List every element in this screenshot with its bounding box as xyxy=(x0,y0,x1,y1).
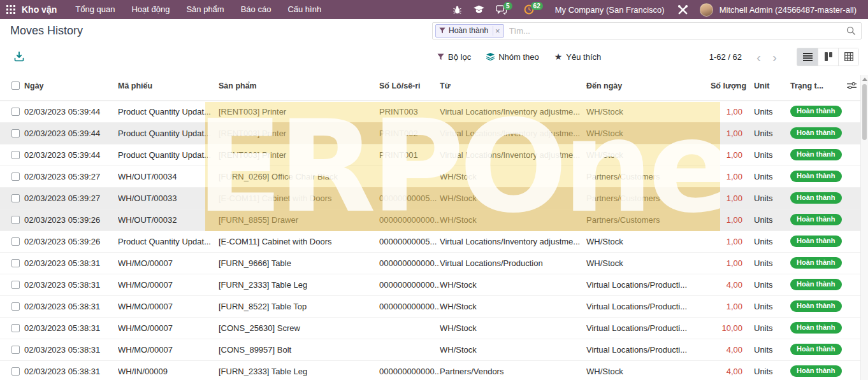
cell-unit: Units xyxy=(749,252,785,274)
table-row[interactable]: 02/03/2023 05:39:44 Product Quantity Upd… xyxy=(0,144,860,165)
column-header-unit[interactable]: Unit xyxy=(749,71,785,101)
row-checkbox-cell xyxy=(0,187,24,209)
table-row[interactable]: 02/03/2023 05:39:26 WH/OUT/00032 [FURN_8… xyxy=(0,209,860,230)
pager-previous-button[interactable]: ‹ xyxy=(751,50,767,64)
cell-from-location: Virtual Locations/Inventory adjustme... xyxy=(440,230,586,252)
select-all-checkbox[interactable] xyxy=(11,81,20,90)
export-button[interactable] xyxy=(14,52,24,62)
menu-item-san-pham[interactable]: Sản phẩm xyxy=(178,0,232,19)
cell-reference: WH/MO/00007 xyxy=(118,339,219,360)
cell-to-location: WH/Stock xyxy=(586,360,711,380)
cell-lot xyxy=(379,317,440,339)
cell-quantity: 1,00 xyxy=(711,295,749,317)
superuser-cap-icon[interactable] xyxy=(468,0,490,19)
row-checkbox[interactable] xyxy=(11,172,20,181)
scrollbar-thumb[interactable] xyxy=(862,84,867,140)
row-checkbox[interactable] xyxy=(11,108,20,116)
column-header-date[interactable]: Ngày xyxy=(24,71,118,101)
menu-item-cau-hinh[interactable]: Cấu hình xyxy=(279,0,329,19)
row-checkbox[interactable] xyxy=(11,151,20,159)
row-checkbox[interactable] xyxy=(11,237,20,246)
row-checkbox[interactable] xyxy=(11,216,20,224)
menu-item-bao-cao[interactable]: Báo cáo xyxy=(233,0,280,19)
cell-unit: Units xyxy=(749,209,785,230)
cell-reference: WH/OUT/00032 xyxy=(118,209,219,230)
cell-status: Hoàn thành xyxy=(785,187,843,209)
cell-lot: 000000000000... xyxy=(379,360,440,380)
row-checkbox[interactable] xyxy=(11,324,20,332)
pager-next-button[interactable]: › xyxy=(767,50,783,64)
app-name[interactable]: Kho vận xyxy=(22,4,57,15)
tools-systray[interactable] xyxy=(671,0,695,19)
optional-columns-button[interactable] xyxy=(843,71,860,101)
table-row[interactable]: 02/03/2023 05:39:27 WH/OUT/00033 [E-COM1… xyxy=(0,187,860,209)
table-row[interactable]: 02/03/2023 05:39:27 WH/OUT/00034 [FURN_0… xyxy=(0,165,860,187)
row-checkbox[interactable] xyxy=(11,346,20,354)
table-row[interactable]: 02/03/2023 05:38:31 WH/MO/00007 [FURN_96… xyxy=(0,252,860,274)
cell-quantity: 4,00 xyxy=(711,339,749,360)
column-header-lot[interactable]: Số Lô/sê-ri xyxy=(379,71,440,101)
menu-item-hoat-dong[interactable]: Hoạt động xyxy=(123,0,178,19)
row-checkbox[interactable] xyxy=(11,367,20,376)
cell-date: 02/03/2023 05:39:44 xyxy=(24,122,118,144)
cell-from-location: WH/Stock xyxy=(440,274,586,295)
facet-remove-icon[interactable]: × xyxy=(493,26,500,36)
column-header-reference[interactable]: Mã phiếu xyxy=(118,71,219,101)
search-facet[interactable]: Hoàn thành × xyxy=(435,24,504,38)
messages-systray[interactable]: 5 xyxy=(490,0,518,19)
table-row[interactable]: 02/03/2023 05:39:44 Product Quantity Upd… xyxy=(0,122,860,144)
row-checkbox[interactable] xyxy=(11,194,20,202)
table-row[interactable]: 02/03/2023 05:39:44 Product Quantity Upd… xyxy=(0,101,860,122)
cell-from-location: Virtual Locations/Inventory adjustme... xyxy=(440,122,586,144)
column-header-to[interactable]: Đến ngày xyxy=(586,71,711,101)
user-avatar[interactable] xyxy=(700,3,713,17)
company-switcher[interactable]: My Company (San Francisco) xyxy=(549,5,671,15)
cell-status: Hoàn thành xyxy=(785,144,843,165)
table-row[interactable]: 02/03/2023 05:38:31 WH/MO/00007 [CONS_89… xyxy=(0,339,860,360)
search-input[interactable] xyxy=(509,26,846,36)
column-header-quantity[interactable]: Số lượng xyxy=(711,71,749,101)
pivot-view-button[interactable] xyxy=(838,48,858,66)
table-row[interactable]: 02/03/2023 05:38:31 WH/MO/00007 [CONS_25… xyxy=(0,317,860,339)
debug-bug-icon[interactable] xyxy=(447,0,468,19)
search-bar[interactable]: Hoàn thành × xyxy=(432,22,862,39)
filters-button[interactable]: Bộ lọc xyxy=(437,52,471,62)
activities-systray[interactable]: 62 xyxy=(518,0,549,19)
cell-unit: Units xyxy=(749,165,785,187)
table-row[interactable]: 02/03/2023 05:38:31 WH/MO/00007 [FURN_85… xyxy=(0,295,860,317)
cell-unit: Units xyxy=(749,360,785,380)
table-row[interactable]: 02/03/2023 05:39:26 Product Quantity Upd… xyxy=(0,230,860,252)
search-icon[interactable] xyxy=(846,26,856,36)
group-by-button[interactable]: Nhóm theo xyxy=(486,52,539,62)
user-menu[interactable]: Mitchell Admin (24566487-master-all) xyxy=(713,5,863,15)
column-header-product[interactable]: Sản phẩm xyxy=(219,71,379,101)
cell-product: [FURN_0269] Office Chair Black xyxy=(219,165,379,187)
cell-lot xyxy=(379,339,440,360)
cell-to-location: Partners/Customers xyxy=(586,165,711,187)
apps-menu-icon[interactable] xyxy=(0,0,22,19)
cell-product: [CONS_25630] Screw xyxy=(219,317,379,339)
kanban-view-button[interactable] xyxy=(818,48,838,66)
row-checkbox[interactable] xyxy=(11,259,20,267)
row-checkbox[interactable] xyxy=(11,302,20,311)
cell-date: 02/03/2023 05:39:26 xyxy=(24,230,118,252)
cell-date: 02/03/2023 05:38:31 xyxy=(24,274,118,295)
table-row[interactable]: 02/03/2023 05:38:31 WH/IN/00009 [FURN_23… xyxy=(0,360,860,380)
vertical-scrollbar[interactable] xyxy=(860,75,868,380)
menu-item-tong-quan[interactable]: Tổng quan xyxy=(67,0,123,19)
column-header-status[interactable]: Trạng t... xyxy=(785,71,843,101)
column-header-from[interactable]: Từ xyxy=(440,71,586,101)
cell-from-location: WH/Stock xyxy=(440,165,586,187)
cell-status: Hoàn thành xyxy=(785,317,843,339)
cell-to-location: Partners/Customers xyxy=(586,209,711,230)
row-checkbox[interactable] xyxy=(11,129,20,137)
table-row[interactable]: 02/03/2023 05:38:31 WH/MO/00007 [FURN_23… xyxy=(0,274,860,295)
list-view-button[interactable] xyxy=(797,48,818,66)
scrollbar-up-arrow-icon[interactable] xyxy=(862,78,867,81)
topbar-menu: Tổng quan Hoạt động Sản phẩm Báo cáo Cấu… xyxy=(67,0,329,19)
cell-lot: 00000000005... xyxy=(379,230,440,252)
favorites-button[interactable]: ★ Yêu thích xyxy=(554,52,602,62)
cell-spacer xyxy=(843,252,860,274)
cell-to-location: Virtual Locations/Producti... xyxy=(586,274,711,295)
row-checkbox[interactable] xyxy=(11,281,20,289)
